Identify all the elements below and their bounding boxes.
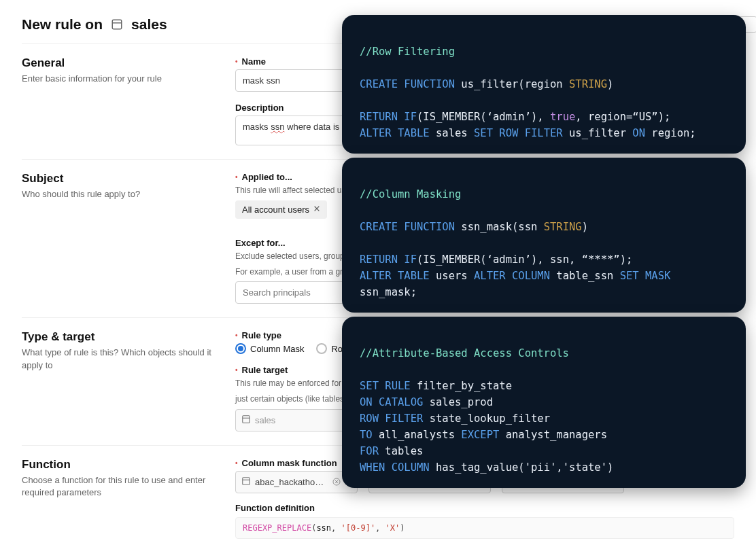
clear-icon[interactable]: [332, 478, 341, 486]
schema-icon: [111, 18, 123, 31]
code-token: REGEXP_REPLACE: [243, 523, 311, 533]
code-token: 'X': [385, 523, 400, 533]
select-value: sales: [255, 415, 354, 425]
code-token: ssn: [316, 523, 331, 533]
chip-label: All account users: [242, 205, 309, 215]
close-icon[interactable]: [313, 205, 320, 213]
fn-def-code: REGEXP_REPLACE(ssn, '[0-9]', 'X'): [235, 517, 734, 539]
page-title-object: sales: [131, 16, 167, 33]
page-title-prefix: New rule on: [22, 16, 103, 33]
code-card-row-filtering: //Row Filtering CREATE FUNCTION us_filte…: [342, 15, 746, 154]
schema-icon: [241, 476, 251, 488]
applied-to-chip[interactable]: All account users: [235, 200, 327, 219]
section-desc: What type of rule is this? Which objects…: [22, 347, 219, 371]
code-card-abac: //Attribute-Based Access Controls SET RU…: [342, 317, 746, 488]
code-comment: //Column Masking: [360, 188, 461, 200]
radio-icon: [316, 343, 327, 354]
radio-label: Column Mask: [250, 344, 304, 354]
section-desc: Choose a function for this rule to use a…: [22, 474, 219, 499]
fn-def-label: Function definition: [235, 503, 734, 513]
radio-column-mask[interactable]: Column Mask: [235, 343, 304, 354]
schema-icon: [241, 414, 251, 426]
section-title: General: [22, 56, 219, 70]
code-comment: //Attribute-Based Access Controls: [360, 347, 569, 359]
radio-icon: [235, 343, 246, 354]
select-value: abac_hackathon_c: [255, 477, 328, 487]
catalog-picker[interactable]: abac_hackathon_c: [235, 471, 358, 493]
code-comment: //Row Filtering: [360, 46, 455, 58]
section-desc: Who should this rule apply to?: [22, 188, 219, 200]
section-desc: Enter basic information for your rule: [22, 73, 219, 85]
code-token: '[0-9]': [341, 523, 376, 533]
code-card-column-masking: //Column Masking CREATE FUNCTION ssn_mas…: [342, 158, 746, 313]
section-title: Type & target: [22, 330, 219, 344]
section-title: Function: [22, 458, 219, 472]
section-title: Subject: [22, 172, 219, 186]
